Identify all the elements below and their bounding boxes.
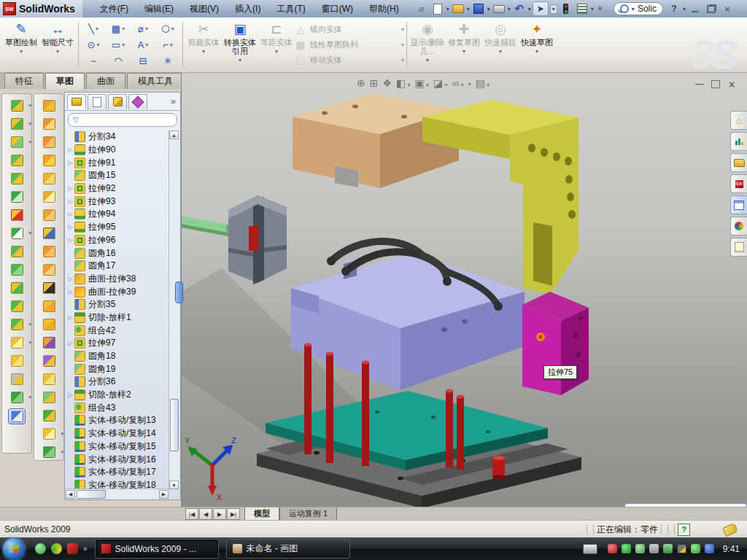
tree-item-实体-移动/复制14[interactable]: 实体-移动/复制14 [66, 427, 169, 440]
mold-tool-icon-13[interactable] [41, 317, 57, 332]
input-language-keyboard-icon[interactable] [583, 544, 597, 554]
tree-item-拉伸95[interactable]: ▷拉伸95 [66, 221, 169, 234]
zoom-fit-icon[interactable]: ⊕ [357, 77, 365, 89]
features-tool-icon-12[interactable] [9, 299, 25, 314]
features-tool-icon-10[interactable] [9, 262, 25, 277]
zoom-area-icon[interactable]: ⊞ [370, 77, 379, 89]
ejector-rod[interactable] [182, 216, 231, 236]
features-tool-icon-14[interactable]: ▾ [9, 335, 25, 350]
doc-minimize-button[interactable]: — [694, 79, 705, 90]
tree-item-组合43[interactable]: 组合43 [66, 401, 169, 414]
cmd-快速草图[interactable]: ✦快速草图▾ [519, 19, 555, 69]
next-tab-button[interactable]: ▶ [213, 508, 226, 520]
tree-item-拉伸97[interactable]: ▷拉伸97 [66, 337, 169, 350]
tree-vertical-scrollbar[interactable]: ▲ ▼ [169, 131, 179, 489]
scroll-right-button[interactable]: ▶ [159, 490, 169, 499]
open-icon[interactable] [451, 2, 465, 15]
exploded-assembly[interactable]: Y Z X [182, 73, 747, 507]
flyout-expand-icon[interactable]: » [171, 96, 176, 106]
features-tool-icon-6[interactable] [9, 190, 25, 204]
features-tool-icon-13[interactable]: ▾ [9, 317, 25, 332]
quicklaunch-messenger-icon[interactable] [35, 543, 46, 554]
scroll-up-button[interactable]: ▲ [169, 131, 179, 139]
key-status-icon[interactable] [635, 544, 645, 553]
select-cursor-icon[interactable]: ➤ [533, 1, 549, 16]
tree-horizontal-scrollbar[interactable]: ◀ ▶ [66, 489, 169, 499]
tree-item-切除-放样2[interactable]: ▷切除-放样2 [66, 389, 169, 402]
mold-tool-icon-2[interactable] [41, 117, 57, 131]
sketch-fillet-icon[interactable]: ⌐▾ [155, 36, 180, 52]
polygon-icon[interactable]: ⬡▾ [155, 20, 180, 36]
start-button[interactable] [3, 538, 25, 560]
features-tool-icon-2[interactable]: ▾ [9, 117, 25, 131]
cmd-草图绘制[interactable]: ✎草图绘制▾ [3, 19, 39, 69]
first-tab-button[interactable]: |◀ [185, 508, 198, 520]
tree-item-实体-移动/复制15[interactable]: 实体-移动/复制15 [66, 440, 169, 454]
mold-tool-icon-11[interactable] [41, 281, 57, 295]
tree-item-切除-放样1[interactable]: ▷切除-放样1 [66, 311, 169, 324]
resources-icon[interactable] [730, 132, 747, 151]
scroll-down-button[interactable]: ▼ [169, 481, 179, 489]
cmd-智能尺寸[interactable]: ↔智能尺寸▾ [39, 19, 76, 69]
features-tool-icon-11[interactable] [9, 281, 25, 295]
tree-item-圆角15[interactable]: 圆角15 [66, 169, 169, 182]
feature-manager-tree-tab[interactable] [67, 94, 86, 109]
configuration-manager-tab[interactable] [108, 94, 127, 109]
view-orientation-icon[interactable]: ▣ ▾ [415, 77, 429, 89]
quicklaunch-app-icon[interactable] [51, 543, 62, 554]
mold-tool-icon-6[interactable] [41, 190, 57, 204]
view-palette-icon[interactable] [730, 195, 747, 214]
scroll-thumb[interactable] [170, 399, 179, 451]
tree-filter-input[interactable]: ▽ [68, 113, 177, 127]
measure-tool-icon[interactable] [8, 408, 26, 424]
prev-tab-button[interactable]: ◀ [199, 508, 212, 520]
tree-item-实体-移动/复制18[interactable]: 实体-移动/复制18 [66, 479, 169, 489]
mold-tool-icon-5[interactable] [41, 171, 57, 186]
mold-tool-icon-16[interactable] [41, 372, 57, 386]
print-icon[interactable] [492, 2, 506, 15]
tags-icon[interactable] [722, 522, 738, 536]
close-button[interactable]: × [720, 3, 735, 15]
tree-item-拉伸94[interactable]: ▷拉伸94 [66, 208, 169, 221]
locating-cylinder[interactable] [492, 456, 505, 479]
circle-icon[interactable]: ⊙▾ [81, 36, 106, 52]
tab-模具工具[interactable]: 模具工具 [127, 73, 184, 89]
tree-item-曲面-拉伸38[interactable]: ▷曲面-拉伸38 [66, 273, 169, 286]
panel-splitter-handle[interactable] [175, 281, 183, 303]
custom-properties-icon[interactable] [730, 238, 747, 257]
tree-item-拉伸90[interactable]: ▷拉伸90 [66, 144, 169, 157]
restore-button[interactable] [704, 3, 719, 15]
save-icon[interactable] [471, 2, 486, 15]
tree-item-圆角16[interactable]: 圆角16 [66, 246, 169, 260]
mold-tool-icon-14[interactable] [41, 335, 57, 350]
mold-tool-icon-3[interactable] [41, 135, 57, 149]
rebuild-traffic-light-icon[interactable] [559, 2, 573, 15]
doc-close-button[interactable]: × [726, 79, 738, 90]
mold-tool-icon-10[interactable] [41, 262, 57, 277]
text-icon[interactable]: A▾ [131, 36, 155, 52]
mold-tool-icon-20[interactable]: ▾ [41, 445, 57, 459]
mold-tool-icon-12[interactable] [41, 299, 57, 314]
features-tool-icon-4[interactable] [9, 153, 25, 168]
menu-item-4[interactable]: 工具(T) [269, 1, 312, 18]
mold-tool-icon-17[interactable] [41, 390, 57, 405]
features-tool-icon-1[interactable]: ▾ [9, 98, 25, 113]
tree-item-圆角18[interactable]: 圆角18 [66, 350, 169, 363]
features-tool-icon-15[interactable] [9, 354, 25, 368]
mold-tool-icon-7[interactable] [41, 208, 57, 222]
menu-item-2[interactable]: 视图(V) [182, 1, 226, 18]
scene-icon[interactable]: ▤ ▾ [476, 77, 489, 89]
file-properties-icon[interactable]: ⁕.. [595, 2, 610, 15]
features-tool-icon-7[interactable] [9, 208, 25, 222]
features-tool-icon-8[interactable]: ▾ [9, 226, 25, 241]
menu-item-3[interactable]: 插入(I) [228, 1, 268, 18]
dimxpert-manager-tab[interactable] [128, 94, 147, 109]
tree-item-实体-移动/复制17[interactable]: 实体-移动/复制17 [66, 466, 169, 479]
cmd-转换实体引用[interactable]: ▣转换实体引用▾ [222, 19, 258, 69]
hide-show-items-icon[interactable]: ∞ ▾ [452, 77, 463, 89]
tab-草图[interactable]: 草图 [45, 73, 85, 90]
security-shield-icon[interactable] [608, 544, 617, 553]
mold-tool-icon-19[interactable]: ▾ [41, 427, 57, 441]
line-icon[interactable]: ╲▾ [81, 20, 106, 36]
mold-tool-icon-8[interactable] [41, 226, 57, 241]
